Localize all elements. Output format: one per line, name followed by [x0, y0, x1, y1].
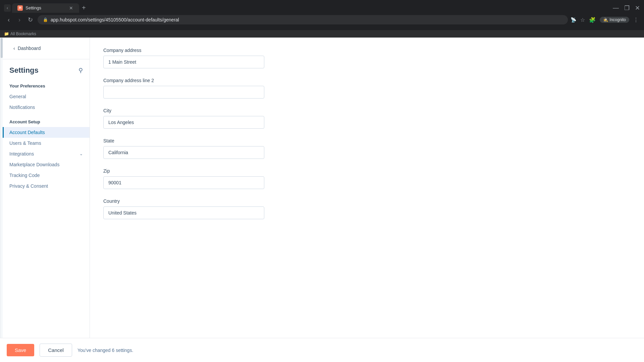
sidebar-section-title-account-setup: Account Setup	[3, 118, 90, 127]
sidebar-item-privacy-consent[interactable]: Privacy & Consent	[3, 181, 90, 191]
sidebar-dashboard-section: ‹ Dashboard	[3, 38, 90, 59]
sidebar-item-account-defaults[interactable]: Account Defaults	[3, 127, 90, 138]
browser-chrome: ‹ H Settings ✕ + — ❐ ✕ ‹ › ↻ 🔒 app.hubsp…	[0, 0, 644, 30]
form-group-city: City	[103, 108, 345, 129]
sidebar: ‹ Dashboard Settings ⚲ Your Preferences …	[3, 38, 90, 362]
forward-button[interactable]: ›	[15, 15, 24, 24]
sidebar-item-notifications[interactable]: Notifications	[3, 102, 90, 113]
form-group-state: State	[103, 138, 345, 159]
city-label: City	[103, 108, 345, 113]
bookmarks-folder-icon: 📁	[4, 32, 9, 36]
close-button[interactable]: ✕	[635, 4, 640, 12]
sidebar-item-general[interactable]: General	[3, 91, 90, 102]
country-label: Country	[103, 198, 345, 204]
sidebar-item-general-label: General	[9, 94, 26, 99]
sidebar-title: Settings	[9, 66, 39, 75]
sidebar-item-users-teams-label: Users & Teams	[9, 140, 41, 146]
sidebar-item-users-teams[interactable]: Users & Teams	[3, 138, 90, 148]
dashboard-label: Dashboard	[18, 46, 41, 51]
new-tab-button[interactable]: +	[80, 3, 87, 13]
changed-message: You've changed 6 settings.	[77, 348, 133, 353]
bookmarks-label: All Bookmarks	[10, 32, 36, 36]
sidebar-item-tracking-code-label: Tracking Code	[9, 173, 40, 178]
company-address2-label: Company address line 2	[103, 78, 345, 83]
browser-actions: 📡 ☆ 🧩 🕵 Incognito ⋮	[571, 17, 640, 23]
main-content: Company address Company address line 2 C…	[90, 38, 644, 362]
refresh-button[interactable]: ↻	[25, 15, 35, 24]
content-area: Company address Company address line 2 C…	[90, 38, 358, 239]
sidebar-item-tracking-code[interactable]: Tracking Code	[3, 170, 90, 181]
incognito-icon: 🕵	[603, 17, 608, 22]
maximize-button[interactable]: ❐	[624, 4, 630, 12]
country-input[interactable]	[103, 206, 264, 219]
address-bar[interactable]: 🔒 app.hubspot.com/settings/45105500/acco…	[38, 15, 568, 24]
chevron-down-icon: ⌄	[79, 152, 83, 156]
tab-close-button[interactable]: ✕	[68, 5, 74, 11]
sidebar-item-integrations[interactable]: Integrations ⌄	[3, 148, 90, 159]
lock-icon: 🔒	[43, 17, 48, 22]
scroll-thumb	[1, 38, 3, 58]
sidebar-item-marketplace-downloads-label: Marketplace Downloads	[9, 162, 59, 167]
form-group-company-address: Company address	[103, 48, 345, 68]
sidebar-item-privacy-consent-label: Privacy & Consent	[9, 183, 48, 189]
save-button[interactable]: Save	[7, 344, 34, 356]
state-input[interactable]	[103, 146, 264, 159]
menu-icon[interactable]: ⋮	[633, 17, 639, 23]
company-address-label: Company address	[103, 48, 345, 53]
form-group-company-address2: Company address line 2	[103, 78, 345, 99]
sidebar-section-title-preferences: Your Preferences	[3, 82, 90, 91]
bookmark-icon[interactable]: ☆	[580, 17, 585, 23]
browser-nav: ‹ › ↻ 🔒 app.hubspot.com/settings/4510550…	[0, 13, 644, 26]
app-content: ‹ Dashboard Settings ⚲ Your Preferences …	[0, 38, 644, 362]
cancel-button[interactable]: Cancel	[40, 344, 72, 357]
tab-title: Settings	[25, 5, 41, 10]
extension-icon[interactable]: 🧩	[589, 17, 596, 23]
company-address2-input[interactable]	[103, 86, 264, 99]
scroll-indicator[interactable]	[0, 38, 3, 362]
city-input[interactable]	[103, 116, 264, 129]
form-group-zip: Zip	[103, 168, 345, 189]
cast-icon[interactable]: 📡	[571, 17, 576, 22]
state-label: State	[103, 138, 345, 143]
sidebar-item-integrations-label: Integrations	[9, 151, 34, 157]
active-tab[interactable]: H Settings ✕	[12, 3, 79, 13]
incognito-badge: 🕵 Incognito	[600, 17, 629, 23]
bottom-bar: Save Cancel You've changed 6 settings.	[0, 338, 644, 362]
zip-label: Zip	[103, 168, 345, 174]
sidebar-item-marketplace-downloads[interactable]: Marketplace Downloads	[3, 159, 90, 170]
form-group-country: Country	[103, 198, 345, 219]
sidebar-header: Settings ⚲	[3, 59, 90, 78]
zip-input[interactable]	[103, 176, 264, 189]
window-controls[interactable]: — ❐ ✕	[613, 4, 640, 12]
company-address-input[interactable]	[103, 56, 264, 68]
incognito-label: Incognito	[609, 17, 626, 22]
tab-favicon: H	[17, 5, 23, 11]
browser-back-forward[interactable]: ‹	[4, 4, 11, 12]
dashboard-back-button[interactable]: ‹ Dashboard	[9, 43, 83, 54]
minimize-button[interactable]: —	[613, 4, 619, 12]
sidebar-item-account-defaults-label: Account Defaults	[9, 130, 45, 135]
sidebar-item-notifications-label: Notifications	[9, 105, 35, 110]
browser-titlebar: ‹ H Settings ✕ + — ❐ ✕	[0, 0, 644, 13]
settings-search-button[interactable]: ⚲	[78, 67, 83, 74]
url-text: app.hubspot.com/settings/45105500/accoun…	[51, 17, 179, 22]
sidebar-section-account-setup: Account Setup Account Defaults Users & T…	[3, 114, 90, 193]
back-arrow-icon: ‹	[13, 46, 15, 51]
bookmarks-bar: 📁 All Bookmarks	[0, 30, 644, 38]
sidebar-section-preferences: Your Preferences General Notifications	[3, 78, 90, 114]
back-button[interactable]: ‹	[4, 15, 13, 24]
